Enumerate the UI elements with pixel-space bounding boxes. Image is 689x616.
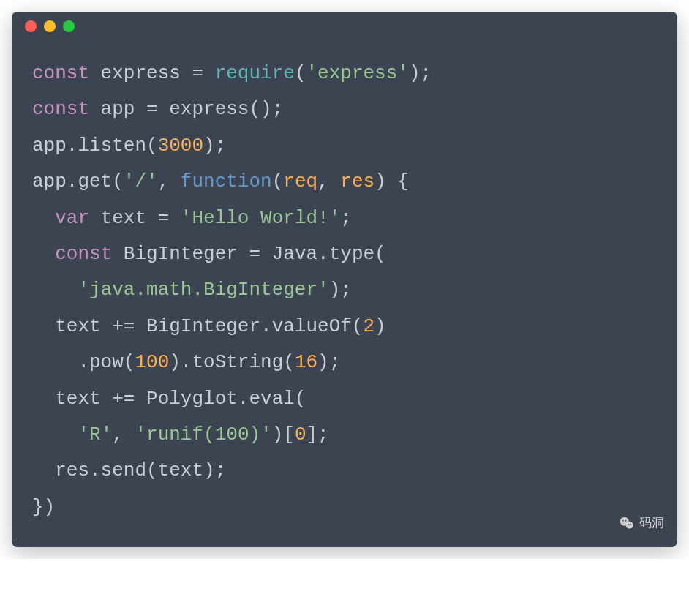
code-token: app.get( [32, 170, 124, 192]
code-token: 'R' [78, 424, 112, 446]
code-line: var text = 'Hello World!'; [32, 200, 657, 236]
code-token: ; [340, 207, 352, 229]
code-line: 'java.math.BigInteger'); [32, 272, 657, 308]
minimize-icon[interactable] [44, 20, 56, 32]
code-token: 'Hello World!' [181, 207, 340, 229]
code-token [32, 279, 78, 301]
code-token: const [32, 62, 89, 84]
code-line: text += Polyglot.eval( [32, 381, 657, 417]
code-line: .pow(100).toString(16); [32, 345, 657, 380]
code-token: app = express(); [89, 98, 283, 120]
code-token: function [181, 170, 272, 192]
code-line: text += BigInteger.valueOf(2) [32, 309, 657, 345]
code-token: text = [89, 207, 181, 229]
code-line: app.listen(3000); [32, 128, 657, 164]
code-token: ).toString( [169, 351, 295, 373]
code-token: 16 [295, 351, 317, 373]
code-token: 0 [295, 424, 306, 446]
code-token: req [283, 170, 317, 192]
code-token: ); [203, 135, 226, 157]
watermark-text: 码洞 [639, 514, 664, 531]
code-token: }) [32, 496, 55, 518]
svg-point-4 [628, 524, 629, 525]
code-token: '/' [124, 170, 158, 192]
code-token: )[ [272, 424, 295, 446]
svg-point-3 [625, 519, 627, 521]
code-token: const [32, 98, 89, 120]
code-token: ( [295, 62, 306, 84]
code-token: .pow( [32, 351, 135, 373]
code-token: 3000 [158, 135, 203, 157]
svg-point-2 [622, 519, 624, 521]
code-token: ]; [306, 424, 329, 446]
close-icon[interactable] [25, 20, 37, 32]
code-token: text += BigInteger.valueOf( [32, 315, 363, 337]
code-window: const express = require('express');const… [12, 12, 677, 547]
wechat-icon [619, 515, 635, 531]
code-token: const [55, 243, 112, 265]
code-token: , [158, 170, 181, 192]
code-token: var [55, 207, 89, 229]
code-line: const BigInteger = Java.type( [32, 236, 657, 272]
code-token: express = [89, 62, 215, 84]
code-token: , [317, 170, 340, 192]
code-line: const app = express(); [32, 91, 657, 127]
code-token [32, 243, 55, 265]
code-token: ) [374, 315, 386, 337]
svg-point-1 [626, 521, 633, 528]
code-token: 'java.math.BigInteger' [78, 279, 328, 301]
code-token: text += Polyglot.eval( [32, 388, 306, 410]
window-titlebar [12, 12, 677, 41]
code-token: res.send(text); [32, 459, 226, 481]
code-token: ) { [374, 170, 409, 192]
code-token: 'express' [306, 62, 408, 84]
code-token: , [112, 424, 135, 446]
code-token: 100 [135, 351, 169, 373]
code-token: require [215, 62, 295, 84]
code-token: 2 [363, 315, 374, 337]
maximize-icon[interactable] [63, 20, 75, 32]
code-line: }) [32, 489, 657, 525]
code-line: const express = require('express'); [32, 56, 657, 91]
watermark: 码洞 [619, 514, 664, 531]
code-token [32, 424, 78, 446]
code-token: ); [329, 279, 352, 301]
code-line: 'R', 'runif(100)')[0]; [32, 417, 657, 453]
code-token: res [340, 170, 374, 192]
code-line: res.send(text); [32, 453, 657, 489]
code-token: 'runif(100)' [135, 424, 271, 446]
code-token [32, 207, 55, 229]
code-token: ( [272, 170, 284, 192]
svg-point-5 [630, 524, 630, 525]
code-token: ); [317, 351, 340, 373]
code-token: ); [409, 62, 432, 84]
code-token: app.listen( [32, 135, 158, 157]
code-editor: const express = require('express');const… [12, 41, 677, 547]
code-token: BigInteger = Java.type( [112, 243, 385, 265]
code-line: app.get('/', function(req, res) { [32, 164, 657, 200]
